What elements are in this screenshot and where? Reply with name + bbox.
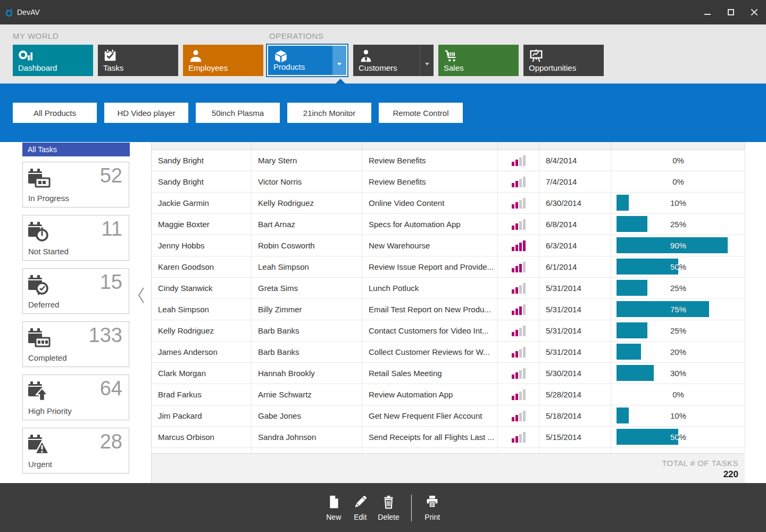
progress-label-overlay: 30% (611, 363, 654, 384)
cell-progress: 25% 25% (611, 320, 745, 341)
priority-bars-icon (512, 347, 526, 358)
table-row[interactable]: Maggie Boxter Bart Arnaz Specs for Autom… (152, 214, 745, 235)
cell-priority (498, 193, 539, 213)
table-row[interactable]: Jackie Garmin Kelly Rodriguez Online Vid… (152, 193, 745, 214)
task-status-label: High Priority (28, 406, 72, 415)
toolbar-item-label: New (326, 513, 341, 521)
priority-bars-icon (512, 368, 526, 379)
minimize-button[interactable] (696, 0, 719, 24)
ribbon-tile-sales[interactable]: Sales (438, 45, 519, 76)
cell-owner: James Anderson (152, 342, 252, 362)
tile-label: Sales (444, 63, 464, 72)
priority-bars-icon (512, 262, 526, 272)
table-row[interactable]: Clark Morgan Hannah Brookly Retail Sales… (152, 363, 745, 384)
table-row[interactable]: James Anderson Barb Banks Collect Custom… (152, 342, 745, 363)
progress-label-overlay: 75% (611, 299, 709, 320)
cell-owner: Jackie Garmin (152, 193, 252, 213)
cell-due-date: 5/31/2014 (539, 320, 611, 341)
product-filter-50inch-plasma[interactable]: 50inch Plasma (196, 103, 280, 123)
tile-dropdown-button[interactable] (332, 46, 346, 75)
table-row[interactable]: Jenny Hobbs Robin Cosworth New Warehours… (152, 235, 745, 256)
toolbar-item-label: Print (424, 513, 440, 521)
ribbon-group-operations: Products Customers Sales Opportunities (266, 44, 604, 77)
cell-subject: Get New Frequent Flier Account (362, 405, 498, 426)
table-row[interactable]: Karen Goodson Leah Simpson Review Issue … (152, 256, 745, 278)
ribbon-tile-dashboard[interactable]: Dashboard (13, 45, 93, 76)
cell-progress: 25% 25% (611, 214, 745, 235)
table-footer: TOTAL # OF TASKS 220 (152, 453, 745, 483)
cell-progress: 50% 50% (611, 427, 745, 447)
product-filter-21inch-monitor[interactable]: 21inch Monitor (287, 103, 371, 123)
cell-owner: Brad Farkus (152, 384, 252, 405)
sidebar-item-all-tasks[interactable]: All Tasks (22, 143, 130, 156)
table-row[interactable]: Kelly Rodriguez Barb Banks Contact Custo… (152, 320, 745, 342)
ribbon-tile-customers[interactable]: Customers (353, 45, 434, 76)
edit-button[interactable]: Edit (351, 495, 369, 521)
sidebar-collapse-button[interactable] (136, 286, 147, 304)
product-filter-remote-control[interactable]: Remote Control (379, 103, 463, 123)
calendar-in-progress-icon (28, 168, 51, 190)
table-row[interactable]: Marcus Orbison Sandra Johnson Send Recei… (152, 427, 745, 448)
window-controls (696, 0, 766, 24)
priority-bars-icon (512, 326, 526, 336)
ribbon-group-label-operations: OPERATIONS (269, 31, 323, 40)
sales-icon (444, 48, 459, 63)
edit-pencil-icon (353, 495, 368, 509)
task-stat-tile-high-priority[interactable]: 64 High Priority (22, 375, 129, 420)
cell-priority (498, 235, 539, 256)
table-row[interactable]: Sandy Bright Mary Stern Review Benefits … (152, 150, 745, 171)
table-row[interactable]: Brad Farkus Arnie Schwartz Review Automa… (152, 384, 745, 405)
close-button[interactable] (743, 0, 766, 24)
task-stat-tile-completed[interactable]: 133 Completed (22, 321, 129, 367)
cell-priority (498, 320, 539, 341)
ribbon-tile-products[interactable]: Products (266, 44, 348, 77)
cell-priority (498, 278, 539, 298)
table-row[interactable]: Jim Packard Gabe Jones Get New Frequent … (152, 405, 745, 427)
task-stat-tile-deferred[interactable]: 15 Deferred (22, 268, 129, 314)
task-stat-tile-urgent[interactable]: 28 Urgent (22, 428, 129, 473)
cell-due-date: 5/31/2014 (539, 299, 611, 320)
table-row[interactable]: Cindy Stanwick Greta Sims Lunch Potluck … (152, 278, 745, 299)
cell-owner: Maggie Boxter (152, 214, 252, 235)
calendar-not-started-icon (28, 221, 51, 243)
cell-due-date: 7/4/2014 (539, 171, 611, 192)
ribbon-group-my-world: Dashboard Tasks Employees (13, 44, 263, 76)
delete-button[interactable]: Delete (378, 495, 399, 521)
task-stat-tile-not-started[interactable]: 11 Not Started (22, 215, 129, 261)
task-stat-tile-in-progress[interactable]: 52 In Progress (22, 162, 129, 207)
task-status-label: Urgent (28, 460, 52, 469)
product-filter-hd-video-player[interactable]: HD Video player (104, 103, 188, 123)
new-button[interactable]: New (324, 495, 343, 521)
cell-due-date: 6/8/2014 (539, 214, 611, 235)
ribbon-tile-opportunities[interactable]: Opportunities (523, 45, 604, 76)
tile-dropdown-button[interactable] (420, 45, 434, 76)
tasks-icon (103, 48, 118, 63)
tile-label: Dashboard (18, 63, 57, 72)
tile-label: Opportunities (529, 63, 576, 72)
tile-label: Tasks (103, 63, 123, 72)
bottom-toolbar: NewEditDeletePrint (0, 483, 766, 532)
cell-assigned-to: Greta Sims (252, 278, 362, 298)
cell-due-date: 5/28/2014 (539, 384, 611, 405)
calendar-high-priority-icon (28, 380, 51, 403)
ribbon-tile-tasks[interactable]: Tasks (98, 45, 178, 76)
cell-subject: Retail Sales Meeting (362, 363, 498, 384)
task-status-label: Deferred (28, 300, 59, 309)
cell-owner: Karen Goodson (152, 256, 252, 277)
cell-subject: Contact Customers for Video Int... (362, 320, 498, 341)
progress-label-overlay: 50% (611, 427, 678, 447)
tile-label: Employees (188, 63, 228, 72)
cell-priority (498, 384, 539, 405)
toolbar-item-label: Delete (378, 513, 399, 521)
table-row[interactable]: Sandy Bright Victor Norris Review Benefi… (152, 171, 745, 193)
cell-due-date: 5/15/2014 (539, 427, 611, 447)
maximize-button[interactable] (719, 0, 743, 24)
cell-subject: Review Benefits (362, 150, 498, 171)
ribbon-tile-employees[interactable]: Employees (183, 45, 263, 76)
table-row[interactable]: Leah Simpson Billy Zimmer Email Test Rep… (152, 299, 745, 320)
cell-progress: 25% 25% (611, 278, 745, 298)
cell-assigned-to: Arnie Schwartz (252, 384, 362, 405)
print-button[interactable]: Print (423, 495, 442, 521)
cell-progress: 0% 0% (611, 150, 745, 171)
product-filter-all-products[interactable]: All Products (13, 103, 97, 123)
